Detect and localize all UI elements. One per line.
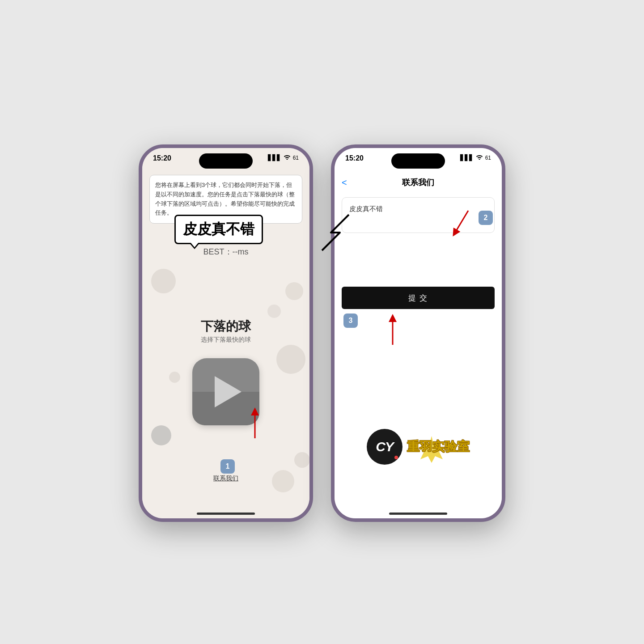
- step-1-label: 1: [226, 462, 230, 470]
- left-dynamic-island: [199, 153, 253, 169]
- ball-5: [169, 372, 180, 383]
- right-home-indicator: [389, 513, 447, 515]
- submit-label: 提 交: [408, 293, 428, 303]
- ball-2: [285, 282, 303, 300]
- nav-bar: < 联系我们: [335, 173, 502, 192]
- brand-name-container: 重羽实验室: [407, 438, 470, 455]
- right-signal-icon: ▋▋▋: [460, 154, 474, 161]
- game-title: 下落的球: [142, 318, 309, 335]
- nav-back-button[interactable]: <: [342, 178, 347, 188]
- lightning-icon: [313, 215, 367, 250]
- contact-link[interactable]: 联系我们: [142, 475, 309, 483]
- step-3-label: 3: [349, 317, 353, 325]
- left-phone: 15:20 ▋▋▋ 61 您将在屏幕上看到3个球，它们都会同时开始下落，但是以不…: [139, 144, 313, 522]
- step-badge-3: 3: [343, 314, 358, 328]
- cy-logo-text: CY: [376, 439, 394, 454]
- left-home-indicator: [197, 513, 255, 515]
- annotation-bubble: 皮皮真不错: [174, 215, 263, 244]
- nav-title: 联系我们: [402, 177, 434, 188]
- ball-1: [151, 269, 176, 293]
- submit-button[interactable]: 提 交: [342, 287, 495, 309]
- cy-circle: CY: [367, 429, 402, 465]
- ball-4: [276, 345, 305, 374]
- signal-icon: ▋▋▋: [268, 154, 281, 161]
- step-2-label: 2: [484, 214, 488, 222]
- step-badge-1: 1: [220, 459, 235, 474]
- right-wifi-icon: [476, 154, 483, 161]
- form-input-value: 皮皮真不错: [349, 205, 383, 212]
- cy-dot: [394, 456, 398, 459]
- left-time: 15:20: [153, 154, 171, 162]
- battery-icon: 61: [293, 155, 299, 161]
- arrow-3-icon: [379, 309, 406, 354]
- game-subtitle: 选择下落最快的球: [142, 336, 309, 344]
- left-status-icons: ▋▋▋ 61: [268, 154, 299, 161]
- right-dynamic-island: [391, 153, 445, 169]
- arrow-2-icon: [446, 206, 482, 242]
- play-triangle-icon: [215, 376, 242, 407]
- right-battery-icon: 61: [485, 155, 491, 161]
- cy-logo-area: CY 重羽实验室: [335, 429, 502, 465]
- right-screen: 15:20 ▋▋▋ 61 < 联系我们 皮皮真不错 2: [335, 148, 502, 518]
- best-score: BEST：--ms: [142, 246, 309, 257]
- svg-line-2: [455, 211, 468, 233]
- annotation-text: 皮皮真不错: [183, 221, 254, 237]
- arrow-1-icon: [242, 402, 268, 447]
- brand-name: 重羽实验室: [407, 440, 470, 453]
- ball-6: [151, 425, 171, 445]
- right-time: 15:20: [345, 154, 364, 162]
- left-screen: 15:20 ▋▋▋ 61 您将在屏幕上看到3个球，它们都会同时开始下落，但是以不…: [142, 148, 309, 518]
- right-status-icons: ▋▋▋ 61: [460, 154, 491, 161]
- info-text: 您将在屏幕上看到3个球，它们都会同时开始下落，但是以不同的加速度。您的任务是点击…: [155, 182, 295, 216]
- wifi-icon: [284, 154, 291, 161]
- ball-3: [267, 305, 281, 318]
- ball-7: [294, 452, 309, 468]
- right-phone: 15:20 ▋▋▋ 61 < 联系我们 皮皮真不错 2: [331, 144, 505, 522]
